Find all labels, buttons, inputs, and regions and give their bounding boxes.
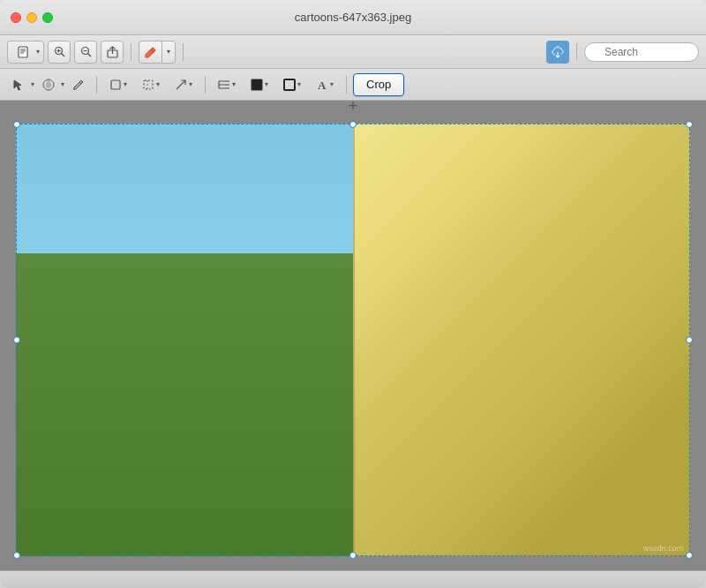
pencil-btn[interactable]: [139, 41, 161, 64]
arrow-tool-btn[interactable]: ▾: [169, 73, 199, 96]
watermark: wsxdn.com: [643, 544, 683, 553]
page-btn-arrow: ▾: [36, 48, 40, 56]
statusbar: [0, 570, 706, 588]
arrow-tool-chevron-icon: ▾: [189, 80, 192, 88]
svg-rect-17: [144, 80, 153, 89]
image-container: wsxdn.com: [16, 124, 690, 556]
view-controls-group: ▾: [7, 41, 44, 64]
separator-1: [131, 43, 131, 61]
separator-t2-3: [346, 76, 347, 94]
tomjerry-background: [353, 124, 690, 556]
separator-3: [576, 43, 577, 61]
separator-2: [183, 43, 184, 61]
svg-rect-16: [111, 80, 120, 89]
page-btn[interactable]: [11, 41, 34, 64]
align-chevron-icon: ▾: [232, 80, 236, 88]
traffic-lights: [11, 12, 53, 23]
border-color-btn[interactable]: ▾: [277, 73, 307, 96]
svg-line-10: [87, 54, 91, 57]
ducktales-background: [16, 124, 353, 556]
main-window: cartoons-647x363.jpeg ▾: [0, 0, 706, 588]
pencil-chevron-icon: ▾: [167, 48, 170, 56]
align-tool-btn[interactable]: ▾: [212, 73, 242, 96]
border-swatch: [283, 79, 296, 91]
selection-tool-btn[interactable]: [7, 73, 30, 96]
image-divider: [353, 124, 355, 556]
add-tool-icon: +: [349, 97, 358, 116]
maximize-button[interactable]: [42, 12, 53, 23]
border-chevron-icon: ▾: [297, 80, 301, 88]
zoom-in-btn[interactable]: [48, 41, 71, 64]
instant-alpha-btn[interactable]: [37, 73, 60, 96]
main-canvas[interactable]: wsxdn.com: [0, 101, 706, 570]
shape-chevron-icon: ▾: [124, 80, 127, 88]
zoom-out-btn[interactable]: [74, 41, 97, 64]
cloud-sync-btn[interactable]: [546, 41, 569, 64]
toolbar-view: ▾: [0, 35, 706, 69]
text-chevron-icon: ▾: [330, 80, 334, 88]
cartoon-image: wsxdn.com: [16, 124, 690, 556]
titlebar: cartoons-647x363.jpeg: [0, 0, 706, 35]
draw-tool-btn[interactable]: [67, 73, 90, 96]
separator-t2-1: [96, 76, 97, 94]
svg-line-19: [176, 80, 185, 89]
share-btn[interactable]: [101, 41, 124, 64]
ducktales-panel: [16, 124, 353, 556]
search-input[interactable]: [584, 42, 699, 62]
close-button[interactable]: [11, 12, 21, 23]
tomjerry-panel: wsxdn.com: [353, 124, 690, 556]
fill-chevron-icon: ▾: [265, 80, 268, 88]
separator-t2-2: [205, 76, 206, 94]
resize-tool-btn[interactable]: ▾: [136, 73, 166, 96]
svg-text:A: A: [318, 79, 327, 91]
resize-chevron-icon: ▾: [156, 80, 160, 88]
selection-tool-chevron-icon: ▾: [31, 80, 34, 88]
svg-line-7: [61, 54, 64, 57]
crop-button[interactable]: Crop: [353, 73, 404, 96]
svg-rect-0: [19, 47, 27, 57]
fill-color-btn[interactable]: ▾: [244, 73, 274, 96]
search-wrapper: 🔍: [584, 42, 699, 62]
toolbar-drawing: ▾ ▾ ▾ ▾: [0, 69, 706, 101]
pencil-dropdown-btn[interactable]: ▾: [161, 41, 176, 64]
text-tool-btn[interactable]: A ▾: [310, 73, 340, 96]
fill-swatch: [251, 79, 263, 91]
instant-alpha-chevron-icon: ▾: [61, 80, 64, 88]
minimize-button[interactable]: [26, 12, 37, 23]
window-title: cartoons-647x363.jpeg: [295, 11, 411, 24]
shape-tool-btn[interactable]: ▾: [103, 73, 133, 96]
